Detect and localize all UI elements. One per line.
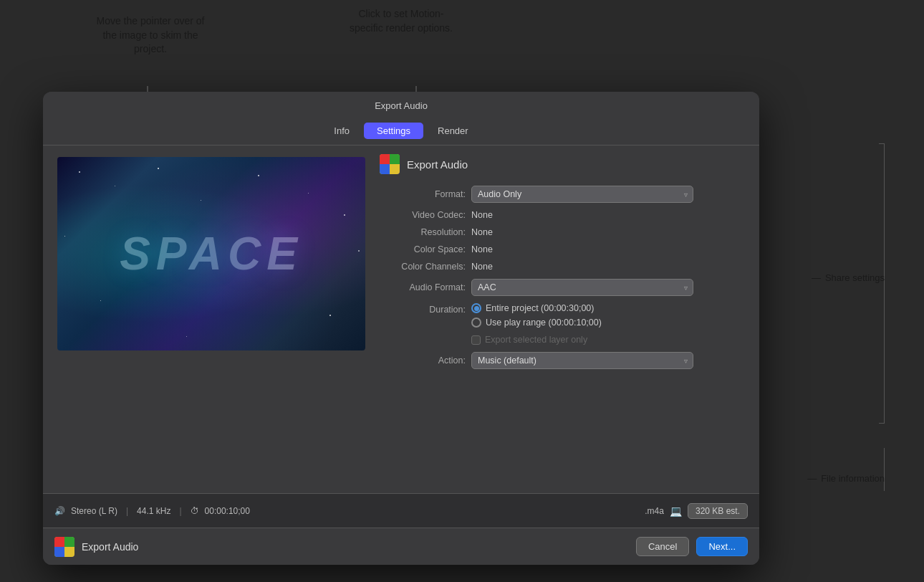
callout-right: Click to set Motion-specific render opti…: [344, 7, 458, 35]
video-codec-row: Video Codec: None: [380, 210, 745, 220]
status-sep1: |: [126, 506, 128, 516]
star: [344, 214, 345, 216]
resolution-value: None: [471, 227, 493, 237]
export-layer-checkbox[interactable]: [471, 335, 481, 345]
export-icon: [380, 154, 400, 174]
video-codec-value: None: [471, 210, 493, 220]
bottom-icon-q4: [64, 547, 74, 557]
tab-settings[interactable]: Settings: [364, 123, 423, 139]
bottom-icon-q1: [54, 537, 64, 547]
icon-q4: [390, 164, 400, 174]
duration-label: Duration:: [380, 305, 466, 315]
action-select-wrapper: Music (default) ▿: [471, 352, 693, 369]
action-select[interactable]: Music (default): [471, 352, 693, 369]
star: [186, 336, 187, 337]
star: [308, 193, 309, 194]
audio-format-row: Audio Format: AAC ▿: [380, 279, 745, 296]
bottom-title: Export Audio: [82, 541, 138, 553]
color-space-row: Color Space: None: [380, 244, 745, 254]
audio-format-select-wrapper: AAC ▿: [471, 279, 693, 296]
tab-bar: Info Settings Render: [43, 117, 759, 145]
space-text: SPACE: [120, 227, 303, 280]
color-space-label: Color Space:: [380, 244, 466, 254]
duration-icon: ⏱: [191, 506, 199, 516]
cancel-button[interactable]: Cancel: [636, 537, 689, 556]
export-header-title: Export Audio: [407, 158, 468, 171]
content-area: SPACE Export Audio Format:: [43, 146, 759, 493]
star: [100, 300, 101, 301]
resolution-label: Resolution:: [380, 227, 466, 237]
audio-format-label: Audio Format:: [380, 282, 466, 292]
status-bar: 🔊 Stereo (L R) | 44.1 kHz | ⏱ 00:00:10;0…: [43, 493, 759, 528]
share-settings-tick-top: [879, 143, 885, 144]
duration-entire-project[interactable]: Entire project (00:00:30;00): [471, 303, 602, 313]
preview-pane: SPACE: [43, 146, 372, 493]
preview-image[interactable]: SPACE: [57, 157, 365, 350]
tab-info[interactable]: Info: [321, 123, 362, 139]
export-dialog: Export Audio Info Settings Render: [43, 92, 759, 565]
format-select[interactable]: Audio Only: [471, 186, 693, 203]
settings-pane: Export Audio Format: Audio Only ▿ Video …: [372, 146, 759, 493]
sample-rate: 44.1 kHz: [137, 506, 170, 516]
share-settings-tick-bottom: [879, 423, 885, 424]
play-range-radio[interactable]: [471, 318, 481, 328]
export-layer-checkbox-row[interactable]: Export selected layer only: [471, 335, 587, 345]
callout-left: Move the pointer over of the image to sk…: [93, 14, 208, 57]
title-bar: Export Audio Info Settings Render: [43, 92, 759, 146]
audio-format-select[interactable]: AAC: [471, 279, 693, 296]
next-button[interactable]: Next...: [696, 537, 748, 556]
file-ext: .m4a: [645, 506, 664, 516]
video-codec-label: Video Codec:: [380, 210, 466, 220]
bottom-left: Export Audio: [54, 537, 138, 557]
status-left: 🔊 Stereo (L R) | 44.1 kHz | ⏱ 00:00:10;0…: [54, 506, 250, 516]
star: [329, 315, 331, 316]
file-info-line: [883, 448, 885, 491]
format-label: Format:: [380, 189, 466, 199]
audio-info: Stereo (L R): [71, 506, 117, 516]
star: [115, 186, 115, 186]
duration-play-range[interactable]: Use play range (00:00:10;00): [471, 318, 602, 328]
audio-icon: 🔊: [54, 506, 65, 516]
monitor-icon: 💻: [670, 505, 682, 517]
format-row: Format: Audio Only ▿: [380, 186, 745, 203]
color-space-value: None: [471, 244, 493, 254]
star: [64, 236, 65, 237]
share-settings-label: — Share settings: [812, 272, 885, 283]
entire-project-radio[interactable]: [471, 303, 481, 313]
format-select-wrapper: Audio Only ▿: [471, 186, 693, 203]
resolution-row: Resolution: None: [380, 227, 745, 237]
bottom-icon-q3: [54, 547, 64, 557]
color-channels-label: Color Channels:: [380, 262, 466, 272]
color-channels-value: None: [471, 262, 493, 272]
action-row: Action: Music (default) ▿: [380, 352, 745, 369]
outer-wrapper: Move the pointer over of the image to sk…: [0, 0, 924, 582]
star: [258, 175, 259, 176]
star: [79, 171, 80, 173]
icon-q2: [390, 154, 400, 164]
status-right: .m4a 💻 320 KB est.: [645, 503, 748, 519]
duration-row: Duration: Entire project (00:00:30;00) U…: [380, 303, 745, 328]
file-size-button[interactable]: 320 KB est.: [688, 503, 748, 519]
export-layer-row: Export selected layer only: [380, 335, 745, 345]
bottom-bar: Export Audio Cancel Next...: [43, 528, 759, 565]
status-duration: 00:00:10;00: [205, 506, 250, 516]
star: [358, 250, 360, 252]
star: [201, 200, 201, 201]
bottom-icon-q2: [64, 537, 74, 547]
dialog-title: Export Audio: [43, 100, 759, 117]
bottom-right: Cancel Next...: [636, 537, 748, 556]
file-info-label: — File information: [807, 473, 885, 484]
tab-render[interactable]: Render: [425, 123, 481, 139]
export-header: Export Audio: [380, 154, 745, 174]
status-sep2: |: [179, 506, 181, 516]
color-channels-row: Color Channels: None: [380, 262, 745, 272]
icon-q1: [380, 154, 390, 164]
icon-q3: [380, 164, 390, 174]
star: [158, 168, 159, 169]
action-label: Action:: [380, 356, 466, 366]
share-settings-line: [883, 143, 885, 423]
duration-radio-group: Entire project (00:00:30;00) Use play ra…: [471, 303, 602, 328]
bottom-export-icon: [54, 537, 74, 557]
